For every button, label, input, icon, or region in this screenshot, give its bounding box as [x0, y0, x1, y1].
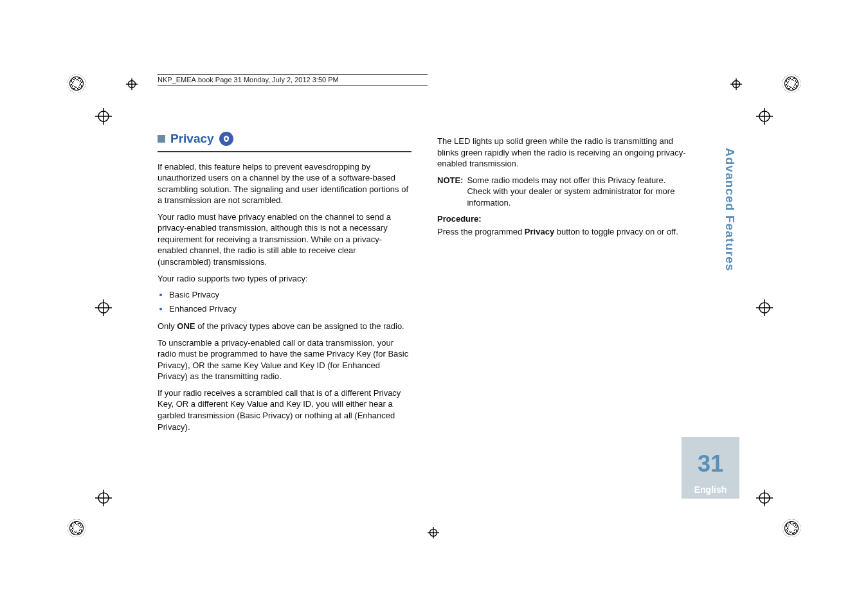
- crosshair-icon: [756, 299, 773, 316]
- section-heading: Privacy: [158, 130, 411, 152]
- note-label: NOTE:: [437, 175, 463, 209]
- text-bold: Privacy: [525, 227, 554, 236]
- print-burst-icon: [68, 75, 86, 93]
- section-title: Privacy: [170, 130, 214, 147]
- chapter-title: Advanced Features: [723, 148, 737, 271]
- body-text: Your radio supports two types of privacy…: [158, 273, 411, 285]
- lock-hex-icon: [219, 132, 233, 146]
- right-column: The LED lights up solid green while the …: [437, 130, 723, 438]
- print-burst-icon: [782, 519, 800, 537]
- text-fragment: button to toggle privacy on or off.: [554, 227, 678, 236]
- note-block: NOTE: Some radio models may not offer th…: [437, 175, 691, 209]
- crosshair-icon: [756, 108, 773, 125]
- crosshair-icon: [95, 108, 112, 125]
- crosshair-icon: [95, 299, 112, 316]
- privacy-types-list: Basic Privacy Enhanced Privacy: [158, 289, 411, 314]
- text-fragment: Press the programmed: [437, 227, 525, 236]
- text-fragment: Only: [158, 321, 177, 331]
- body-text: To unscramble a privacy-enabled call or …: [158, 337, 411, 382]
- body-text: If enabled, this feature helps to preven…: [158, 161, 411, 206]
- text-bold: ONE: [177, 321, 195, 331]
- print-burst-icon: [782, 75, 800, 93]
- body-text: The LED lights up solid green while the …: [437, 136, 691, 170]
- crosshair-icon: [756, 490, 773, 506]
- body-text: If your radio receives a scrambled call …: [158, 387, 411, 432]
- note-text: Some radio models may not offer this Pri…: [467, 175, 691, 209]
- crosshair-icon: [95, 490, 112, 506]
- section-bullet-icon: [158, 135, 165, 143]
- text-fragment: of the privacy types above can be assign…: [195, 321, 404, 331]
- crosshair-icon: [428, 527, 439, 538]
- print-burst-icon: [68, 519, 86, 537]
- svg-rect-27: [225, 138, 227, 140]
- procedure-label: Procedure:: [437, 213, 691, 225]
- list-item: Basic Privacy: [169, 289, 411, 301]
- body-text: Your radio must have privacy enabled on …: [158, 211, 411, 268]
- left-column: Privacy If enabled, this feature helps t…: [158, 130, 411, 438]
- list-item: Enhanced Privacy: [169, 303, 411, 315]
- crosshair-icon: [730, 78, 742, 90]
- page-body: NKP_EMEA.book Page 31 Monday, July 2, 20…: [158, 74, 723, 524]
- procedure-text: Press the programmed Privacy button to t…: [437, 226, 691, 238]
- crosshair-icon: [126, 78, 138, 90]
- body-text: Only ONE of the privacy types above can …: [158, 321, 411, 332]
- document-header: NKP_EMEA.book Page 31 Monday, July 2, 20…: [158, 74, 428, 85]
